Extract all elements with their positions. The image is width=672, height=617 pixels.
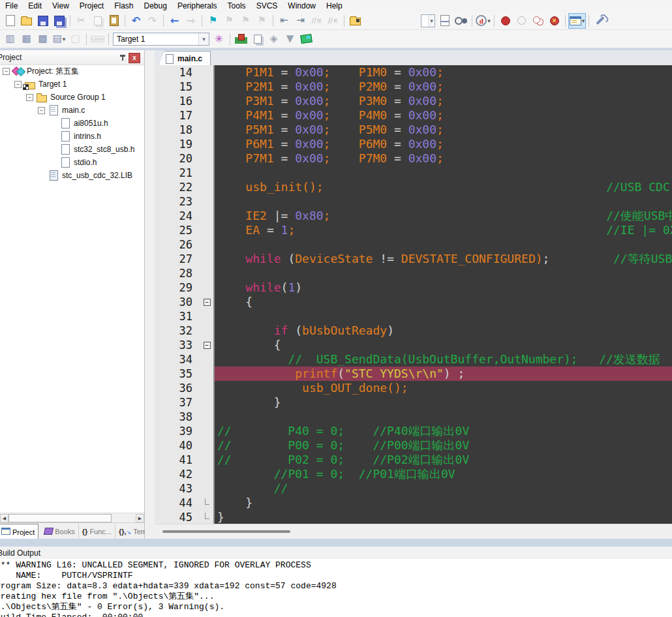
manage-components-button[interactable]: [233, 31, 249, 47]
filter-funnel-button[interactable]: ▼: [282, 31, 298, 47]
fold-margin[interactable]: [200, 438, 215, 453]
fold-margin[interactable]: [200, 94, 215, 108]
fold-margin[interactable]: [200, 151, 215, 166]
line-number[interactable]: 38: [155, 410, 200, 424]
line-number[interactable]: 24: [155, 209, 200, 223]
code-editor[interactable]: 14 P1M1 = 0x00; P1M0 = 0x00;15 P2M1 = 0x…: [155, 65, 672, 524]
menu-project[interactable]: Project: [74, 1, 109, 11]
tree-item-main-c[interactable]: −main.c: [0, 104, 144, 117]
line-number[interactable]: 35: [155, 367, 200, 381]
menu-view[interactable]: View: [47, 1, 74, 11]
fold-margin[interactable]: [200, 367, 215, 381]
menu-file[interactable]: File: [0, 1, 23, 11]
fold-margin[interactable]: [200, 352, 215, 367]
fold-margin[interactable]: [200, 266, 215, 280]
scrollbar-thumb[interactable]: [8, 514, 112, 522]
chevron-down-icon[interactable]: ▾: [487, 18, 491, 24]
fold-collapse-icon[interactable]: −: [204, 342, 211, 349]
fold-margin[interactable]: [200, 65, 215, 80]
close-panel-button[interactable]: x: [129, 53, 140, 63]
line-number[interactable]: 34: [155, 352, 200, 367]
tree-item-project-第五集[interactable]: −Project: 第五集: [0, 65, 144, 78]
fold-margin[interactable]: [200, 80, 215, 94]
line-number[interactable]: 31: [155, 309, 200, 324]
fold-margin[interactable]: [200, 280, 215, 295]
collapse-expander-icon[interactable]: −: [3, 68, 10, 75]
save-button[interactable]: [35, 13, 51, 29]
fold-margin[interactable]: [200, 496, 215, 510]
editor-tab-main-c[interactable]: main.c: [159, 51, 211, 66]
window-cascade-button[interactable]: [249, 31, 266, 47]
breakpoint-disable-button[interactable]: [513, 13, 530, 29]
panel-tab-func[interactable]: {}Func...: [79, 524, 115, 539]
menu-svcs[interactable]: SVCS: [251, 1, 283, 11]
panel-splitter[interactable]: [145, 50, 155, 540]
tools-wrench-button[interactable]: [592, 13, 608, 29]
find-in-files-button[interactable]: [436, 13, 453, 29]
fold-margin[interactable]: [200, 453, 215, 467]
line-number[interactable]: 23: [155, 194, 200, 209]
fold-margin[interactable]: [200, 324, 215, 338]
line-number[interactable]: 45: [155, 510, 200, 524]
chevron-down-icon[interactable]: ▾: [63, 36, 66, 42]
build-target-button[interactable]: ▦: [18, 31, 35, 47]
tree-item-target-1[interactable]: −Target 1: [0, 78, 144, 91]
find-text-combobox[interactable]: ▾: [421, 14, 435, 27]
line-number[interactable]: 33: [155, 338, 200, 352]
line-number[interactable]: 18: [155, 123, 200, 137]
menu-help[interactable]: Help: [321, 1, 348, 11]
target-select-combobox[interactable]: Target 1▾: [113, 33, 209, 46]
editor-hscrollbar-thumb[interactable]: [162, 530, 290, 533]
fold-margin[interactable]: [200, 108, 215, 123]
fold-collapse-icon[interactable]: −: [204, 299, 211, 306]
fold-margin[interactable]: [200, 309, 215, 324]
tree-item-stdio-h[interactable]: stdio.h: [0, 156, 144, 169]
fold-margin[interactable]: [200, 237, 215, 252]
symbols-diamond-button[interactable]: ◈: [266, 31, 282, 47]
outdent-button[interactable]: ⇤: [276, 13, 292, 29]
line-number[interactable]: 22: [155, 180, 200, 194]
fold-margin[interactable]: [200, 410, 215, 424]
line-number[interactable]: 43: [155, 481, 200, 496]
menu-peripherals[interactable]: Peripherals: [172, 1, 222, 11]
configure-editor-button[interactable]: [347, 13, 363, 29]
line-number[interactable]: 36: [155, 381, 200, 395]
chevron-down-icon[interactable]: ▾: [582, 18, 585, 24]
collapse-expander-icon[interactable]: −: [38, 107, 45, 114]
paste-button[interactable]: [106, 13, 122, 29]
menu-debug[interactable]: Debug: [139, 1, 172, 11]
fold-margin[interactable]: [200, 180, 215, 194]
nav-back-button[interactable]: ←: [166, 13, 183, 29]
line-number[interactable]: 37: [155, 395, 200, 410]
translate-file-button[interactable]: ▥: [2, 31, 18, 47]
tree-item-intrins-h[interactable]: intrins.h: [0, 130, 144, 143]
undo-button[interactable]: ↶: [128, 13, 144, 29]
collapse-expander-icon[interactable]: −: [26, 94, 33, 101]
package-book-button[interactable]: [298, 31, 314, 47]
pin-button[interactable]: [118, 53, 127, 62]
line-number[interactable]: 26: [155, 237, 200, 252]
fold-margin[interactable]: [200, 395, 215, 410]
manage-windows-button[interactable]: ▾: [568, 13, 586, 29]
fold-margin[interactable]: [200, 194, 215, 209]
line-number[interactable]: 28: [155, 266, 200, 280]
rebuild-all-button[interactable]: ▩: [35, 31, 51, 47]
fold-margin[interactable]: [200, 223, 215, 237]
indent-button[interactable]: ⇥: [292, 13, 309, 29]
menu-edit[interactable]: Edit: [23, 1, 47, 11]
fold-margin[interactable]: −: [200, 295, 215, 309]
line-number[interactable]: 41: [155, 453, 200, 467]
fold-margin[interactable]: [200, 467, 215, 481]
breakpoint-toggle-button[interactable]: [497, 13, 513, 29]
fold-margin[interactable]: [200, 481, 215, 496]
line-number[interactable]: 29: [155, 280, 200, 295]
editor-hscrollbar[interactable]: [155, 524, 672, 539]
line-number[interactable]: 15: [155, 80, 200, 94]
fold-margin[interactable]: [200, 381, 215, 395]
chevron-down-icon[interactable]: ▾: [428, 15, 435, 27]
line-number[interactable]: 42: [155, 467, 200, 481]
target-options-wand-button[interactable]: ✳: [211, 31, 227, 47]
menu-window[interactable]: Window: [283, 1, 321, 11]
tree-item-source-group-1[interactable]: −Source Group 1: [0, 91, 144, 104]
fold-margin[interactable]: [200, 510, 215, 524]
